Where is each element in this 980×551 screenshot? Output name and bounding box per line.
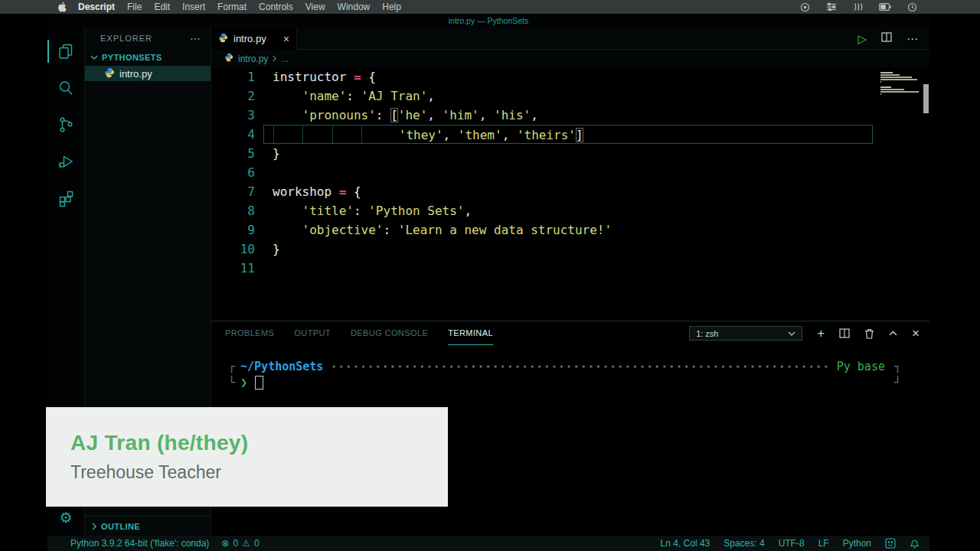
activity-source-control[interactable] — [47, 106, 84, 143]
code-lines: 1instructor = {2 'name': 'AJ Tran',3 'pr… — [211, 67, 873, 278]
status-item[interactable]: UTF-8 — [779, 538, 805, 549]
python-interpreter-status[interactable]: Python 3.9.2 64-bit ('flake': conda) — [70, 538, 209, 549]
presenter-name: AJ Tran (he/they) — [70, 431, 448, 455]
run-debug-icon — [57, 152, 75, 171]
code-line[interactable]: 4 'they', 'them', 'theirs'] — [211, 125, 873, 144]
code-line[interactable]: 5} — [211, 144, 873, 163]
prompt-char: ❯ — [240, 376, 247, 390]
code-line[interactable]: 9 'objective': 'Learn a new data structu… — [211, 220, 873, 240]
code-text: 'objective': 'Learn a new data structure… — [263, 220, 873, 240]
panel-tabs: PROBLEMSOUTPUTDEBUG CONSOLETERMINAL — [225, 321, 493, 345]
panel-tab-terminal[interactable]: TERMINAL — [448, 321, 493, 345]
breadcrumb-more[interactable]: ... — [281, 54, 289, 64]
breadcrumb[interactable]: intro.py ... — [211, 50, 929, 67]
menu-item-edit[interactable]: Edit — [154, 2, 170, 12]
code-editor[interactable]: 1instructor = {2 'name': 'AJ Tran',3 'pr… — [211, 67, 929, 321]
settings-gear-icon[interactable]: ⚙ — [47, 509, 84, 527]
activity-search[interactable] — [47, 70, 84, 106]
activity-run-debug[interactable] — [47, 143, 84, 180]
split-terminal-icon[interactable] — [839, 328, 850, 338]
code-text: workshop = { — [263, 182, 873, 201]
menu-item-format[interactable]: Format — [217, 2, 247, 12]
audio-waves-icon[interactable] — [853, 2, 863, 11]
new-terminal-icon[interactable]: + — [817, 327, 825, 340]
menu-item-help[interactable]: Help — [382, 2, 401, 12]
status-item[interactable]: Python — [843, 538, 871, 549]
menu-item-descript[interactable]: Descript — [78, 2, 115, 12]
close-panel-icon[interactable]: × — [912, 327, 920, 340]
search-icon — [57, 79, 75, 97]
apple-menu-icon[interactable] — [58, 2, 67, 12]
activity-extensions[interactable] — [47, 180, 84, 217]
editor-more-actions-icon[interactable]: ⋯ — [906, 33, 918, 44]
code-line[interactable]: 11 — [211, 259, 873, 278]
menu-item-insert[interactable]: Insert — [182, 2, 205, 12]
chevron-down-icon — [90, 55, 98, 60]
source-control-icon — [57, 116, 75, 134]
sliders-icon[interactable] — [826, 2, 837, 11]
sidebar-title: EXPLORER — [100, 34, 152, 43]
maximize-panel-icon[interactable] — [889, 331, 897, 336]
code-line[interactable]: 3 'pronouns': ['he', 'him', 'his', — [211, 106, 873, 125]
sidebar-section-pythonsets[interactable]: PYTHONSETS — [85, 49, 211, 66]
code-line[interactable]: 10} — [211, 240, 873, 259]
menu-item-controls[interactable]: Controls — [259, 2, 293, 12]
window-titlebar[interactable]: intro.py — PythonSets — [47, 14, 929, 28]
status-item[interactable]: LF — [818, 538, 829, 549]
code-line[interactable]: 1instructor = { — [211, 67, 873, 86]
record-icon[interactable] — [800, 2, 810, 12]
breadcrumb-file[interactable]: intro.py — [238, 54, 268, 64]
chevron-right-icon — [273, 55, 276, 62]
tab-intro-py[interactable]: intro.py × — [211, 28, 297, 50]
activity-explorer[interactable] — [47, 33, 84, 70]
panel-tab-debug-console[interactable]: DEBUG CONSOLE — [351, 321, 428, 345]
editor-scrollbar[interactable] — [923, 84, 929, 113]
terminal-shell-select[interactable]: 1: zsh — [689, 326, 802, 341]
code-text: instructor = { — [263, 67, 873, 86]
tab-bar: intro.py × ▷ ⋯ — [211, 28, 929, 50]
tab-close-icon[interactable]: × — [283, 33, 289, 45]
notifications-bell-icon[interactable] — [910, 538, 920, 549]
prompt-leader-dots — [331, 361, 828, 372]
code-text: } — [263, 144, 873, 163]
menu-item-file[interactable]: File — [127, 2, 142, 12]
errors-icon: ⊗ — [221, 538, 229, 549]
line-number: 9 — [211, 220, 263, 240]
code-line[interactable]: 7workshop = { — [211, 182, 873, 201]
python-file-icon — [224, 53, 234, 64]
code-line[interactable]: 8 'title': 'Python Sets', — [211, 201, 873, 220]
status-bar: Python 3.9.2 64-bit ('flake': conda) ⊗ 0… — [47, 536, 929, 551]
problems-status[interactable]: ⊗ 0 ⚠ 0 — [221, 538, 259, 549]
tab-label: intro.py — [234, 33, 266, 44]
presenter-role: Treehouse Teacher — [70, 462, 448, 483]
line-number: 6 — [211, 163, 263, 182]
window-title: intro.py — PythonSets — [449, 16, 528, 25]
control-center-icon[interactable] — [907, 2, 917, 12]
feedback-smiley-icon[interactable] — [885, 538, 896, 549]
menu-item-window[interactable]: Window — [338, 2, 371, 12]
status-item[interactable]: Ln 4, Col 43 — [661, 538, 710, 549]
line-number: 5 — [211, 144, 263, 163]
menubar-status-icons — [800, 2, 980, 12]
panel-tab-output[interactable]: OUTPUT — [294, 321, 331, 345]
line-number: 11 — [211, 259, 263, 278]
terminal-env: Py base — [837, 360, 885, 373]
code-line[interactable]: 2 'name': 'AJ Tran', — [211, 86, 873, 106]
kill-terminal-trash-icon[interactable] — [864, 328, 874, 339]
files-icon — [57, 42, 75, 60]
status-item[interactable]: Spaces: 4 — [724, 538, 764, 549]
battery-icon[interactable] — [879, 3, 891, 11]
code-line[interactable]: 6 — [211, 163, 873, 182]
run-python-file-button[interactable]: ▷ — [858, 33, 867, 44]
split-editor-icon[interactable] — [881, 31, 892, 45]
code-text — [263, 259, 873, 278]
menu-item-view[interactable]: View — [305, 2, 325, 12]
sidebar-more-actions[interactable]: ⋯ — [190, 32, 201, 44]
code-text: 'pronouns': ['he', 'him', 'his', — [263, 106, 873, 125]
sidebar-section-outline[interactable]: OUTLINE — [85, 516, 211, 536]
chevron-right-icon — [92, 523, 96, 530]
file-label: intro.py — [119, 68, 152, 80]
sidebar-item-intro-py[interactable]: intro.py — [85, 66, 211, 81]
minimap[interactable] — [880, 72, 920, 99]
panel-tab-problems[interactable]: PROBLEMS — [225, 321, 274, 345]
